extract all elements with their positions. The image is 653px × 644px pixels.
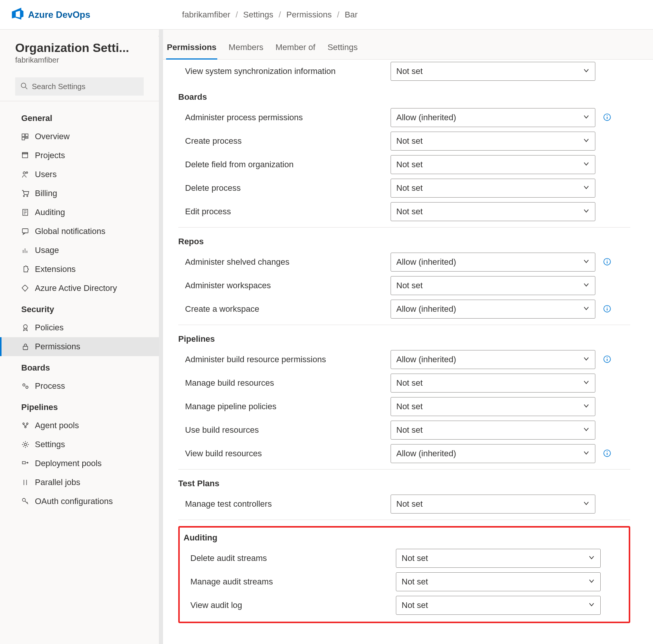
sidebar-item-oauth-configurations[interactable]: OAuth configurations [0, 492, 159, 511]
permission-section: ReposAdminister shelved changesAllow (in… [178, 228, 630, 325]
info-icon[interactable] [603, 305, 611, 314]
info-icon[interactable] [603, 449, 611, 459]
auditing-highlight-section: AuditingDelete audit streamsNot setManag… [178, 526, 630, 623]
permission-label: Administer build resource permissions [178, 355, 383, 364]
permission-select[interactable]: Allow (inherited) [391, 108, 595, 127]
permission-select[interactable]: Not set [391, 179, 595, 198]
section-heading: Test Plans [178, 470, 630, 492]
permission-select[interactable]: Not set [391, 421, 595, 440]
permission-row: Use build resourcesNot set [178, 418, 630, 442]
permission-select[interactable]: Not set [391, 132, 595, 151]
permission-value: Not set [396, 378, 423, 388]
sidebar-item-permissions[interactable]: Permissions [0, 337, 159, 356]
sidebar-item-label: Policies [35, 323, 64, 333]
permission-select[interactable]: Allow (inherited) [391, 300, 595, 319]
svg-point-45 [607, 357, 607, 358]
tabs: PermissionsMembersMember ofSettings [159, 30, 653, 60]
sidebar-item-label: Parallel jobs [35, 478, 80, 487]
permission-row: View system synchronization informationN… [178, 60, 630, 83]
svg-point-23 [26, 386, 28, 388]
permission-select[interactable]: Allow (inherited) [391, 444, 595, 463]
permission-value: Allow (inherited) [396, 355, 456, 364]
search-settings[interactable] [15, 77, 144, 96]
tab-permissions[interactable]: Permissions [166, 39, 217, 59]
sidebar-item-usage[interactable]: Usage [0, 241, 159, 260]
permission-row: Create processNot set [178, 129, 630, 153]
permission-value: Allow (inherited) [396, 257, 456, 267]
svg-rect-21 [23, 346, 28, 350]
permission-select[interactable]: Not set [391, 276, 595, 295]
permission-select[interactable]: Not set [391, 62, 595, 81]
breadcrumb-item[interactable]: Bar [345, 10, 358, 20]
sidebar-item-projects[interactable]: Projects [0, 146, 159, 165]
chevron-down-icon [583, 449, 590, 459]
permission-select[interactable]: Not set [391, 202, 595, 221]
permission-label: Delete audit streams [184, 553, 388, 563]
permission-row: Edit processNot set [178, 200, 630, 223]
search-icon [20, 82, 28, 91]
sidebar-item-process[interactable]: Process [0, 377, 159, 396]
sidebar-item-azure-active-directory[interactable]: Azure Active Directory [0, 279, 159, 298]
svg-point-25 [27, 423, 28, 424]
permission-select[interactable]: Not set [396, 596, 601, 615]
svg-point-11 [27, 196, 28, 197]
permission-label: Create process [178, 136, 383, 146]
permission-select[interactable]: Allow (inherited) [391, 253, 595, 272]
breadcrumb-separator: / [279, 10, 281, 20]
section-heading: Pipelines [178, 325, 630, 348]
breadcrumb-item[interactable]: Settings [243, 10, 273, 20]
svg-rect-3 [25, 134, 28, 137]
permission-select[interactable]: Not set [391, 374, 595, 393]
permission-label: Create a workspace [178, 304, 383, 314]
sidebar-item-global-notifications[interactable]: Global notifications [0, 222, 159, 241]
svg-rect-5 [25, 137, 28, 138]
permission-value: Not set [402, 553, 428, 563]
chevron-down-icon [583, 183, 590, 193]
permission-select[interactable]: Not set [391, 495, 595, 514]
permission-value: Allow (inherited) [396, 449, 456, 459]
permission-value: Not set [402, 577, 428, 587]
tab-settings[interactable]: Settings [327, 39, 359, 59]
pool-icon [21, 421, 30, 430]
permission-value: Not set [402, 600, 428, 610]
info-icon[interactable] [603, 258, 611, 267]
sidebar-item-extensions[interactable]: Extensions [0, 260, 159, 279]
permission-row: View audit logNot set [184, 594, 625, 617]
permission-row: Delete processNot set [178, 176, 630, 200]
tab-member-of[interactable]: Member of [275, 39, 316, 59]
svg-point-10 [24, 196, 25, 197]
breadcrumb-item[interactable]: Permissions [286, 10, 332, 20]
sidebar-item-deployment-pools[interactable]: Deployment pools [0, 454, 159, 473]
permission-select[interactable]: Not set [391, 155, 595, 174]
sidebar-item-policies[interactable]: Policies [0, 318, 159, 337]
sidebar-item-agent-pools[interactable]: Agent pools [0, 416, 159, 435]
permission-value: Not set [396, 66, 423, 76]
search-input[interactable] [32, 82, 138, 91]
permission-row: Delete field from organizationNot set [178, 153, 630, 176]
svg-rect-4 [22, 137, 25, 140]
sidebar-item-parallel-jobs[interactable]: Parallel jobs [0, 473, 159, 492]
tab-members[interactable]: Members [228, 39, 264, 59]
permission-select[interactable]: Not set [396, 549, 601, 568]
sidebar-item-billing[interactable]: Billing [0, 184, 159, 203]
permission-label: Delete process [178, 183, 383, 193]
sidebar-item-overview[interactable]: Overview [0, 127, 159, 146]
sidebar-item-auditing[interactable]: Auditing [0, 203, 159, 222]
scrollbar-up-icon[interactable] [159, 33, 163, 36]
projects-icon [21, 151, 30, 160]
permission-select[interactable]: Allow (inherited) [391, 350, 595, 369]
info-icon[interactable] [603, 113, 611, 123]
permission-row: Administer process permissionsAllow (inh… [178, 106, 630, 129]
permission-select[interactable]: Not set [396, 572, 601, 591]
permission-label: Delete field from organization [178, 160, 383, 170]
breadcrumb-item[interactable]: fabrikamfiber [182, 10, 230, 20]
sidebar-item-users[interactable]: Users [0, 165, 159, 184]
permission-row: Delete audit streamsNot set [184, 547, 625, 570]
chat-icon [21, 227, 30, 236]
chevron-down-icon [583, 207, 590, 217]
brand[interactable]: Azure DevOps [11, 7, 90, 23]
chevron-down-icon [583, 355, 590, 364]
sidebar-item-settings[interactable]: Settings [0, 435, 159, 454]
permission-select[interactable]: Not set [391, 397, 595, 416]
info-icon[interactable] [603, 355, 611, 364]
